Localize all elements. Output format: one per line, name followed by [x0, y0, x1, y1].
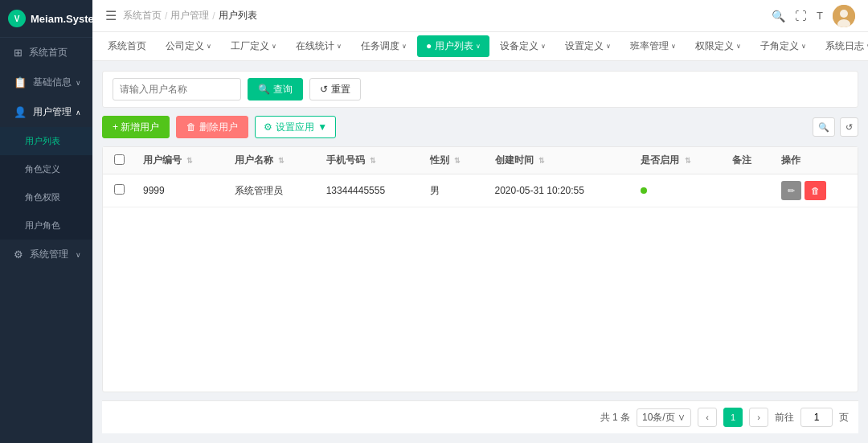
col-operation: 操作: [773, 147, 858, 174]
col-gender: 性别 ⇅: [422, 147, 487, 174]
sort-icon[interactable]: ⇅: [538, 157, 545, 165]
search-table-button[interactable]: 🔍: [813, 117, 835, 137]
col-user-id: 用户编号 ⇅: [135, 147, 227, 174]
expand-icon[interactable]: ⛶: [795, 9, 807, 23]
search-input[interactable]: [113, 78, 241, 100]
chevron-down-icon: ∨: [541, 43, 546, 50]
add-user-button[interactable]: + 新增用户: [102, 116, 170, 138]
sidebar-item-home[interactable]: ⊞ 系统首页: [0, 38, 92, 68]
data-table: 用户编号 ⇅ 用户名称 ⇅ 手机号码 ⇅ 性别: [102, 146, 858, 392]
settings-app-button[interactable]: ⚙ 设置应用 ▼: [255, 116, 336, 138]
sort-icon[interactable]: ⇅: [685, 157, 691, 165]
sidebar-item-label: 角色权限: [25, 191, 60, 203]
chevron-up-icon: ∧: [76, 109, 81, 117]
gear-icon: ⚙: [14, 248, 23, 260]
search-icon[interactable]: 🔍: [772, 10, 785, 23]
chevron-down-icon: ∨: [76, 79, 81, 87]
sort-icon[interactable]: ⇅: [454, 157, 461, 165]
tab-online-stats[interactable]: 在线统计 ∨: [287, 35, 350, 57]
row-action-group: ✏ 🗑: [781, 181, 850, 200]
chevron-down-icon: ∨: [76, 251, 81, 259]
sidebar-item-label: 角色定义: [25, 163, 60, 175]
chevron-down-icon: ∨: [801, 43, 806, 50]
reset-button[interactable]: ↺ 重置: [309, 78, 361, 100]
logo-icon: V: [8, 10, 26, 27]
sidebar-item-basic[interactable]: 📋 基础信息 ∨: [0, 68, 92, 97]
tab-factory-def[interactable]: 工厂定义 ∨: [222, 35, 285, 57]
avatar[interactable]: [833, 5, 855, 27]
breadcrumb: 系统首页 / 用户管理 / 用户列表: [123, 9, 257, 23]
breadcrumb-item-user-mgmt[interactable]: 用户管理: [170, 9, 209, 23]
sidebar-item-label: 基础信息: [33, 76, 72, 89]
tab-sub-def[interactable]: 子角定义 ∨: [751, 35, 815, 57]
breadcrumb-item-home[interactable]: 系统首页: [123, 9, 162, 23]
tab-company-def[interactable]: 公司定义 ∨: [157, 35, 220, 57]
sidebar: V Meiam.System ⊞ 系统首页 📋 基础信息 ∨ 👤 用户管理 ∧ …: [0, 0, 92, 443]
chevron-down-icon: ∨: [337, 43, 342, 50]
sort-icon[interactable]: ⇅: [278, 157, 285, 165]
basic-icon: 📋: [14, 76, 27, 88]
delete-user-button[interactable]: 🗑 删除用户: [176, 116, 248, 138]
total-label: 共 1 条: [600, 411, 630, 425]
tab-class-mgmt[interactable]: 班率管理 ∨: [621, 35, 685, 57]
cell-operations: ✏ 🗑: [773, 174, 858, 207]
page-1-button[interactable]: 1: [723, 408, 743, 427]
chevron-down-icon: ▼: [317, 121, 327, 133]
chevron-down-icon: ∨: [476, 43, 481, 50]
cell-gender: 男: [422, 174, 487, 207]
cell-user-id: 9999: [135, 174, 227, 207]
settings-icon[interactable]: T: [817, 10, 823, 22]
sidebar-submenu-user: 用户列表 角色定义 角色权限 用户角色: [0, 127, 92, 240]
cell-remark: [724, 174, 773, 207]
svg-point-1: [840, 10, 848, 18]
search-button[interactable]: 🔍 查询: [248, 78, 303, 100]
reset-icon: ↺: [320, 84, 328, 95]
breadcrumb-sep-1: /: [165, 10, 167, 22]
sidebar-item-role-perm[interactable]: 角色权限: [0, 183, 92, 211]
sidebar-menu: ⊞ 系统首页 📋 基础信息 ∨ 👤 用户管理 ∧ 用户列表 角色定义 角色权限: [0, 38, 92, 443]
tab-sys-log[interactable]: 系统日志 ∨: [817, 35, 868, 57]
chevron-down-icon: ∨: [736, 43, 741, 50]
sidebar-item-user-mgmt[interactable]: 👤 用户管理 ∧: [0, 97, 92, 127]
page-size-select[interactable]: 10条/页 ∨: [637, 408, 691, 427]
sidebar-item-label: 系统管理: [30, 248, 68, 261]
menu-toggle-button[interactable]: ☰: [105, 8, 117, 23]
sort-icon[interactable]: ⇅: [186, 157, 193, 165]
sidebar-item-label: 用户管理: [33, 105, 72, 119]
edit-row-button[interactable]: ✏: [781, 181, 801, 200]
user-icon: 👤: [14, 106, 27, 118]
col-enabled: 是否启用 ⇅: [633, 147, 724, 174]
cell-phone: 13344445555: [318, 174, 422, 207]
tab-settings-def[interactable]: 设置定义 ∨: [556, 35, 620, 57]
main-area: ☰ 系统首页 / 用户管理 / 用户列表 🔍 ⛶ T: [92, 0, 868, 443]
sort-icon[interactable]: ⇅: [370, 157, 376, 165]
sidebar-item-role-def[interactable]: 角色定义: [0, 155, 92, 183]
tab-device-def[interactable]: 设备定义 ∨: [491, 35, 555, 57]
sidebar-item-sys-mgmt[interactable]: ⚙ 系统管理 ∨: [0, 240, 92, 269]
next-page-button[interactable]: ›: [749, 408, 768, 427]
col-username: 用户名称 ⇅: [227, 147, 318, 174]
chevron-down-icon: ∨: [678, 412, 686, 423]
tab-home[interactable]: 系统首页: [99, 35, 155, 57]
sidebar-item-user-role[interactable]: 用户角色: [0, 211, 92, 240]
home-icon: ⊞: [14, 47, 23, 59]
search-icon: 🔍: [258, 84, 270, 95]
row-checkbox[interactable]: [114, 184, 125, 195]
refresh-table-button[interactable]: ↺: [840, 117, 858, 137]
sidebar-item-user-list[interactable]: 用户列表: [0, 127, 92, 155]
status-badge: [641, 187, 647, 194]
select-all-checkbox[interactable]: [114, 154, 125, 165]
col-created-time: 创建时间 ⇅: [487, 147, 633, 174]
tab-task-query[interactable]: 任务调度 ∨: [352, 35, 416, 57]
tab-perm-def[interactable]: 权限定义 ∨: [686, 35, 750, 57]
prev-page-button[interactable]: ‹: [698, 408, 717, 427]
delete-row-button[interactable]: 🗑: [805, 181, 826, 200]
app-logo[interactable]: V Meiam.System: [0, 0, 92, 38]
chevron-down-icon: ∨: [671, 43, 676, 50]
header-right: 🔍 ⛶ T: [772, 5, 855, 27]
tab-user-list[interactable]: ● 用户列表 ∨: [417, 35, 489, 57]
goto-page-input[interactable]: [800, 408, 833, 427]
top-header: ☰ 系统首页 / 用户管理 / 用户列表 🔍 ⛶ T: [92, 0, 868, 32]
page-suffix: 页: [839, 411, 849, 425]
cell-username: 系统管理员: [227, 174, 318, 207]
